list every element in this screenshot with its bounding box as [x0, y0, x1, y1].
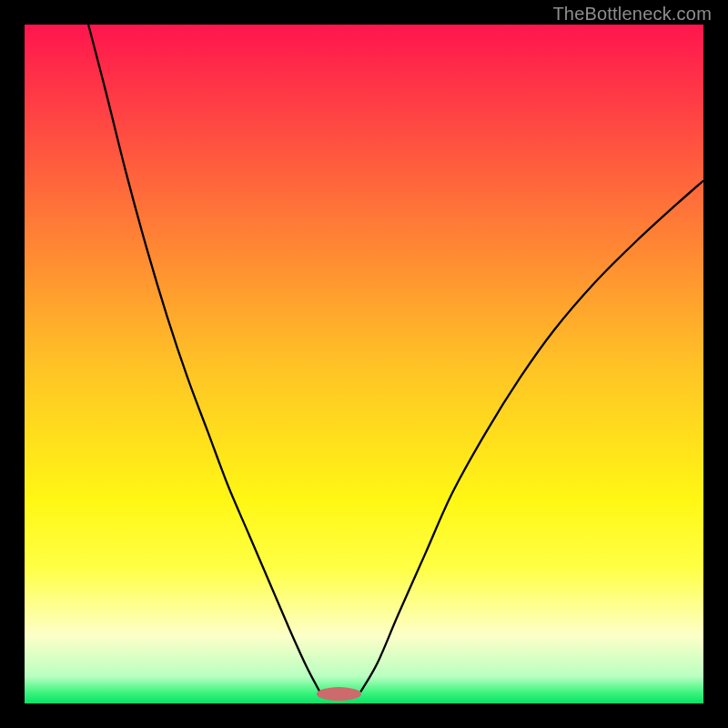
watermark-text: TheBottleneck.com	[552, 4, 712, 25]
chart-svg	[25, 25, 703, 703]
gradient-rect	[25, 25, 703, 703]
plot-area	[25, 25, 703, 703]
frame: TheBottleneck.com	[0, 0, 728, 728]
min-marker	[317, 687, 361, 701]
